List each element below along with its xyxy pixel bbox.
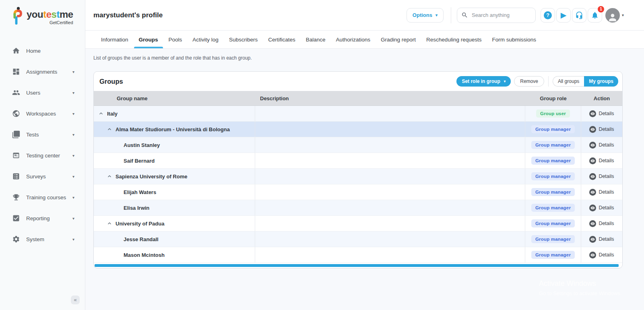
support-button[interactable]: [572, 8, 586, 23]
group-name-cell[interactable]: Italy: [94, 106, 255, 121]
actions-divider: [548, 76, 549, 87]
search-input[interactable]: [472, 12, 528, 18]
tab-certificates[interactable]: Certificates: [263, 31, 300, 48]
tab-grading-report[interactable]: Grading report: [376, 31, 421, 48]
table-row[interactable]: Sapienza University of RomeGroup manager…: [94, 169, 622, 184]
my-groups-button[interactable]: My groups: [584, 76, 618, 87]
sidebar-item-system[interactable]: System▾: [0, 229, 85, 250]
tab-groups[interactable]: Groups: [134, 31, 163, 48]
help-icon: ?: [544, 11, 552, 19]
table-row[interactable]: ItalyGroup userDetails: [94, 106, 622, 122]
sidebar-item-testing-center[interactable]: Testing center▾: [0, 145, 85, 166]
group-name-cell[interactable]: University of Padua: [94, 216, 255, 231]
tab-balance[interactable]: Balance: [301, 31, 330, 48]
details-action[interactable]: Details: [581, 106, 622, 121]
tab-authorizations[interactable]: Authorizations: [331, 31, 375, 48]
details-action[interactable]: Details: [581, 122, 622, 137]
details-action[interactable]: Details: [581, 184, 622, 200]
home-icon: [12, 47, 20, 55]
details-action[interactable]: Details: [581, 153, 622, 168]
table-row[interactable]: Mason McintoshGroup managerDetails: [94, 247, 622, 263]
table-row[interactable]: Elijah WatersGroup managerDetails: [94, 184, 622, 200]
sidebar-item-assignments[interactable]: Assignments▾: [0, 61, 85, 82]
sidebar-item-tests[interactable]: Tests▾: [0, 124, 85, 145]
tab-description: List of groups the user is a member of a…: [93, 55, 644, 61]
table-row[interactable]: Alma Mater Studiorum - Università di Bol…: [94, 122, 622, 137]
tab-information[interactable]: Information: [96, 31, 133, 48]
notifications-button[interactable]: 1: [588, 8, 602, 23]
collapse-row-button[interactable]: [98, 110, 104, 117]
chevron-down-icon: ▾: [72, 153, 74, 158]
group-name-cell[interactable]: Saif Bernard: [94, 153, 255, 168]
sidebar-item-label: Assignments: [26, 69, 57, 75]
collapse-row-button[interactable]: [106, 126, 113, 132]
sidebar-item-workspaces[interactable]: Workspaces▾: [0, 103, 85, 124]
group-name-cell[interactable]: Austin Stanley: [94, 137, 255, 153]
sidebar-item-label: Users: [26, 90, 40, 96]
details-action[interactable]: Details: [581, 137, 622, 153]
notification-badge: 1: [598, 6, 604, 12]
group-name-cell[interactable]: Elijah Waters: [94, 184, 255, 200]
chevron-up-icon: [106, 126, 113, 132]
details-action[interactable]: Details: [581, 216, 622, 231]
sidebar-item-label: Workspaces: [26, 111, 56, 117]
options-button[interactable]: Options ▾: [407, 8, 444, 23]
sidebar-item-users[interactable]: Users▾: [0, 82, 85, 103]
table-row[interactable]: University of PaduaGroup managerDetails: [94, 216, 622, 231]
sidebar-item-label: Home: [26, 48, 41, 54]
group-name-cell[interactable]: Jesse Randall: [94, 231, 255, 247]
collapse-row-button[interactable]: [106, 173, 113, 180]
all-groups-button[interactable]: All groups: [553, 76, 584, 87]
app-root: youtestme GetCertified HomeAssignments▾U…: [0, 0, 644, 310]
tab-rescheduling-requests[interactable]: Rescheduling requests: [421, 31, 486, 48]
remove-button[interactable]: Remove: [514, 76, 544, 87]
help-button[interactable]: ?: [541, 8, 555, 23]
training-courses-icon: [12, 193, 20, 201]
sidebar-item-training-courses[interactable]: Training courses▾: [0, 187, 85, 208]
search-box[interactable]: [457, 8, 536, 23]
group-role-cell: Group manager: [525, 169, 581, 184]
tab-activity-log[interactable]: Activity log: [188, 31, 223, 48]
details-action[interactable]: Details: [581, 169, 622, 184]
tab-subscribers[interactable]: Subscribers: [224, 31, 262, 48]
group-name-cell[interactable]: Mason Mcintosh: [94, 247, 255, 262]
sidebar-collapse-button[interactable]: «: [71, 296, 80, 304]
details-action[interactable]: Details: [581, 231, 622, 247]
table-row[interactable]: Austin StanleyGroup managerDetails: [94, 137, 622, 153]
eye-icon: [590, 174, 595, 179]
tests-icon: [12, 130, 20, 138]
tab-pools[interactable]: Pools: [164, 31, 187, 48]
tutorial-play-button[interactable]: ▶: [556, 8, 571, 23]
sidebar-item-reporting[interactable]: Reporting▾: [0, 208, 85, 229]
details-action[interactable]: Details: [581, 200, 622, 215]
details-eye-icon: [589, 252, 596, 258]
tab-form-submissions[interactable]: Form submissions: [487, 31, 541, 48]
group-name-cell[interactable]: Elisa Irwin: [94, 200, 255, 215]
details-eye-icon: [589, 189, 596, 196]
table-row[interactable]: Elisa IrwinGroup managerDetails: [94, 200, 622, 216]
details-action[interactable]: Details: [581, 247, 622, 262]
options-label: Options: [413, 12, 432, 18]
brand-segment: t: [43, 9, 46, 20]
group-name-cell[interactable]: Sapienza University of Rome: [94, 169, 255, 184]
table-row[interactable]: Saif BernardGroup managerDetails: [94, 153, 622, 169]
brand-subtitle: GetCertified: [50, 20, 73, 25]
collapse-row-button[interactable]: [106, 220, 113, 227]
workspaces-icon: [12, 110, 20, 118]
avatar[interactable]: [605, 8, 620, 23]
set-role-in-group-button[interactable]: Set role in group ▾: [456, 76, 511, 87]
topbar: marystudent's profile Options ▾ ? ▶: [85, 0, 644, 31]
description-cell: [255, 247, 525, 262]
sidebar-item-surveys[interactable]: Surveys▾: [0, 166, 85, 187]
avatar-chevron-down-icon[interactable]: ▾: [622, 13, 624, 17]
table-row[interactable]: Jesse RandallGroup managerDetails: [94, 231, 622, 247]
description-cell: [255, 169, 525, 184]
bell-icon: [591, 11, 599, 19]
sidebar-item-home[interactable]: Home: [0, 40, 85, 61]
horizontal-scrollbar-thumb[interactable]: [95, 264, 619, 267]
details-label: Details: [599, 236, 614, 242]
group-role-badge: Group user: [536, 110, 570, 118]
group-name-cell[interactable]: Alma Mater Studiorum - Università di Bol…: [94, 122, 255, 137]
description-cell: [255, 184, 525, 200]
group-role-cell: Group user: [525, 106, 581, 121]
